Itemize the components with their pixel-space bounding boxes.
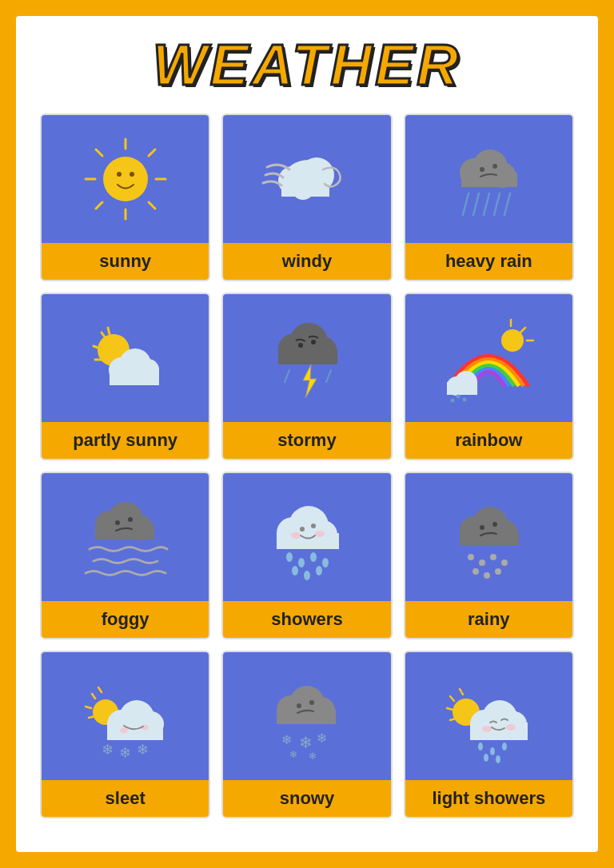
card-stormy: stormy — [221, 293, 392, 460]
card-image-foggy — [42, 473, 209, 601]
svg-point-69 — [286, 552, 293, 562]
svg-line-7 — [96, 202, 102, 209]
svg-line-24 — [484, 193, 489, 215]
svg-text:❄: ❄ — [317, 731, 327, 745]
svg-line-114 — [450, 696, 454, 701]
svg-point-108 — [309, 700, 314, 705]
svg-line-4 — [96, 149, 102, 156]
svg-text:❄: ❄ — [309, 751, 317, 762]
svg-point-124 — [506, 724, 516, 731]
svg-point-60 — [128, 517, 133, 522]
svg-point-88 — [495, 568, 501, 575]
svg-point-107 — [297, 703, 301, 708]
svg-point-85 — [501, 559, 508, 566]
label-sunny: sunny — [42, 243, 209, 280]
svg-point-71 — [310, 552, 317, 562]
svg-text:❄: ❄ — [281, 733, 292, 747]
card-image-showers — [223, 473, 390, 601]
label-rainy: rainy — [405, 601, 572, 638]
svg-line-5 — [149, 202, 155, 209]
page-title: WEATHER — [153, 32, 462, 98]
svg-text:❄: ❄ — [137, 742, 149, 758]
svg-text:❄: ❄ — [289, 749, 297, 760]
card-rainbow: rainbow — [404, 293, 574, 460]
card-image-partly-sunny — [42, 294, 209, 422]
label-heavy-rain: heavy rain — [405, 243, 572, 280]
card-image-sunny — [42, 115, 209, 243]
svg-rect-64 — [277, 533, 339, 549]
card-image-rainbow — [405, 294, 572, 422]
svg-point-80 — [480, 525, 484, 530]
label-rainbow: rainbow — [405, 422, 572, 459]
card-snowy: ❄ ❄ ❄ ❄ ❄ snowy — [221, 651, 392, 818]
svg-point-53 — [463, 398, 467, 402]
svg-point-54 — [451, 399, 455, 403]
svg-rect-97 — [107, 723, 163, 740]
svg-text:❄: ❄ — [299, 734, 313, 751]
svg-point-86 — [472, 568, 479, 575]
svg-point-129 — [496, 755, 500, 763]
svg-line-25 — [494, 193, 500, 215]
svg-line-90 — [86, 707, 91, 708]
svg-text:❄: ❄ — [102, 742, 114, 758]
svg-text:❄: ❄ — [119, 745, 131, 761]
card-image-snowy: ❄ ❄ ❄ ❄ ❄ — [223, 652, 390, 780]
svg-line-43 — [285, 370, 289, 382]
card-heavy-rain: heavy rain — [404, 113, 574, 281]
svg-point-66 — [311, 524, 316, 528]
svg-point-126 — [490, 747, 495, 755]
card-image-heavy-rain — [405, 115, 572, 243]
svg-rect-39 — [278, 348, 337, 364]
card-windy: windy — [221, 113, 392, 281]
svg-marker-42 — [303, 364, 317, 398]
svg-point-41 — [311, 340, 316, 344]
label-partly-sunny: partly sunny — [42, 422, 209, 459]
svg-point-73 — [292, 566, 298, 575]
card-image-windy — [223, 115, 390, 243]
card-sunny: sunny — [40, 113, 210, 281]
card-showers: showers — [221, 472, 392, 639]
svg-point-87 — [484, 572, 490, 579]
svg-point-123 — [482, 726, 492, 732]
card-image-sleet: ❄ ❄ ❄ — [42, 652, 209, 780]
svg-point-8 — [103, 157, 148, 201]
svg-line-23 — [473, 193, 479, 215]
card-foggy: foggy — [40, 472, 210, 639]
svg-rect-106 — [277, 710, 336, 724]
card-image-rainy — [405, 473, 572, 601]
svg-line-6 — [149, 149, 155, 156]
svg-rect-51 — [447, 382, 477, 395]
svg-rect-58 — [95, 525, 154, 540]
svg-point-125 — [478, 743, 483, 751]
svg-line-115 — [447, 708, 453, 710]
label-snowy: snowy — [223, 780, 390, 817]
svg-line-92 — [98, 687, 102, 692]
weather-grid: sunny windy — [40, 113, 574, 818]
svg-rect-122 — [470, 723, 528, 740]
svg-line-26 — [504, 193, 510, 215]
svg-point-72 — [322, 558, 329, 567]
svg-point-48 — [501, 329, 524, 352]
svg-point-82 — [468, 554, 474, 560]
svg-point-75 — [316, 566, 322, 575]
card-partly-sunny: partly sunny — [40, 293, 210, 460]
label-sleet: sleet — [42, 780, 209, 817]
svg-line-44 — [326, 370, 331, 382]
svg-point-83 — [479, 559, 485, 566]
svg-point-68 — [315, 531, 325, 537]
svg-point-10 — [130, 172, 134, 177]
svg-point-81 — [492, 522, 497, 527]
svg-point-59 — [115, 520, 120, 525]
label-windy: windy — [223, 243, 390, 280]
svg-line-46 — [520, 328, 525, 332]
svg-point-127 — [502, 743, 507, 751]
label-foggy: foggy — [42, 601, 209, 638]
svg-rect-35 — [110, 368, 159, 385]
svg-line-30 — [108, 328, 110, 334]
svg-point-98 — [120, 728, 128, 734]
card-rainy: rainy — [404, 472, 574, 639]
svg-line-89 — [92, 694, 95, 699]
svg-point-84 — [490, 554, 496, 560]
page: WEATHER — [16, 16, 598, 852]
svg-point-40 — [298, 343, 303, 348]
